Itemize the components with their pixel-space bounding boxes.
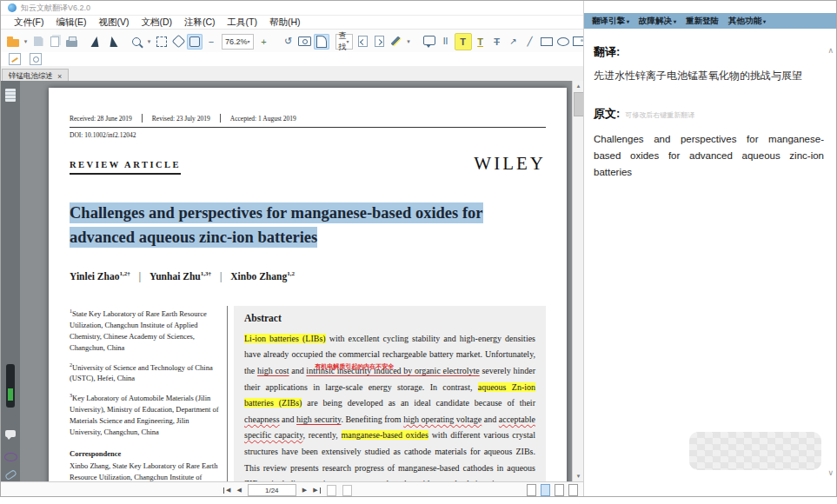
rotate-view-icon[interactable]: ↺ (281, 34, 296, 50)
menu-annotation[interactable]: 注释(C) (178, 17, 222, 29)
menu-view[interactable]: 视图(V) (92, 17, 135, 29)
author-superscript: 1,2 (287, 270, 295, 277)
page-thumbnails-icon[interactable] (5, 89, 16, 102)
menu-document[interactable]: 文档(D) (135, 17, 178, 29)
find-next-icon[interactable] (372, 34, 388, 50)
next-view-icon[interactable] (342, 485, 352, 496)
note-annotation-icon[interactable] (422, 34, 437, 50)
document-settings-icon[interactable] (28, 51, 43, 67)
highlighter-menu-icon[interactable]: ▾ (405, 34, 413, 50)
strikeout-text-icon[interactable]: T (489, 34, 505, 50)
highlighted-phrase[interactable]: Li-ion batteries (LIBs) (244, 334, 326, 343)
comment-icon[interactable] (5, 430, 16, 437)
menu-help[interactable]: 帮助(H) (263, 17, 307, 29)
loupe-icon[interactable] (170, 34, 186, 50)
underline-text-icon[interactable]: T (473, 34, 488, 50)
underlined-phrase[interactable]: intrinsic insecurity induced by organic … (306, 366, 479, 375)
copy-page-icon[interactable] (47, 34, 63, 50)
last-page-button[interactable]: ▶ (313, 487, 320, 494)
edit-annotation-icon[interactable] (7, 51, 23, 67)
date-item: Received: 28 June 2019 (70, 115, 132, 123)
panel-scroll-down-icon[interactable]: ∨ (827, 468, 834, 477)
zoom-level-select[interactable]: 76.2%▾ (222, 34, 254, 50)
translation-panel-menu: 翻译引擎▾故障解决▾重新登陆其他功能▾ (584, 13, 837, 29)
page-layout-switcher (527, 484, 578, 496)
abstract-segment: and (289, 366, 307, 375)
panel-menu-other-functions[interactable]: 其他功能▾ (728, 16, 766, 27)
menu-file[interactable]: 文件(F) (8, 17, 50, 29)
hand-tool-icon[interactable] (88, 34, 103, 50)
menu-tools[interactable]: 工具(T) (222, 17, 263, 29)
panel-scroll-up-icon[interactable]: ∧ (827, 46, 834, 55)
open-file-icon[interactable] (5, 34, 21, 50)
find-previous-icon[interactable] (355, 34, 371, 50)
source-text[interactable]: Challenges and perspectives for manganes… (594, 131, 824, 181)
highlighter-icon[interactable] (389, 34, 404, 50)
save-file-icon[interactable] (30, 34, 46, 50)
pdf-scrollbar[interactable]: ▲ ▼ (572, 81, 584, 481)
first-page-button[interactable]: ◀ (223, 487, 230, 494)
next-page-button[interactable]: ▶ (302, 487, 307, 494)
menu-bar: 文件(F)编辑(E)视图(V)文档(D)注释(C)工具(T)帮助(H) (1, 15, 591, 30)
snapshot-icon[interactable] (297, 34, 313, 50)
panel-menu-relogin[interactable]: 重新登陆 (686, 16, 719, 27)
fit-page-icon[interactable] (187, 34, 203, 50)
text-selection-icon[interactable]: II (438, 34, 454, 50)
pdf-viewer: Received: 28 June 2019Revised: 23 July 2… (1, 81, 584, 481)
author-superscript: 1,3† (201, 270, 211, 277)
blurred-watermark (689, 432, 821, 470)
dropdown-caret-icon: ▾ (674, 18, 676, 24)
search-input[interactable]: 查找▾ (335, 34, 353, 50)
zoom-tool-menu-icon[interactable]: ▾ (145, 34, 153, 50)
zoom-tool-icon[interactable] (129, 34, 144, 50)
rectangle-annotation-icon[interactable] (539, 34, 555, 50)
column-divider (227, 306, 228, 481)
previous-page-button[interactable]: ◀ (236, 487, 241, 494)
auto-scroll-icon[interactable] (314, 34, 329, 50)
translation-text[interactable]: 先进水性锌离子电池锰基氧化物的挑战与展望 (594, 69, 824, 83)
date-separator (220, 114, 221, 123)
line-annotation-icon[interactable]: ╱ (522, 34, 538, 50)
received-dates-row: Received: 28 June 2019Revised: 23 July 2… (70, 114, 546, 128)
hidden-panel-handle[interactable] (6, 364, 15, 408)
secondary-toolbar (1, 52, 590, 67)
open-file-menu-icon[interactable]: ▾ (22, 34, 30, 50)
panel-menu-troubleshoot[interactable]: 故障解决▾ (639, 16, 676, 27)
previous-view-icon[interactable] (327, 485, 336, 496)
page-indicator[interactable]: 1/24 (248, 484, 296, 496)
continuous-facing-view-icon[interactable] (568, 484, 578, 496)
menu-edit[interactable]: 编辑(E) (50, 17, 92, 29)
ellipse-annotation-icon[interactable] (555, 34, 571, 50)
tab-close-icon[interactable]: × (57, 72, 62, 81)
author-name: Xinbo Zhang1,2 (230, 271, 295, 282)
dropdown-caret-icon: ▾ (763, 18, 766, 24)
zoom-in-icon[interactable]: + (256, 34, 272, 50)
underlined-phrase[interactable]: high operating voltage (403, 414, 482, 424)
marquee-zoom-icon[interactable] (154, 34, 169, 50)
window-title: 知云文献翻译V6.2.0 (21, 3, 90, 14)
author-superscript: 1,2† (119, 270, 130, 277)
print-icon[interactable] (63, 34, 79, 50)
translation-panel: 翻译引擎▾故障解决▾重新登陆其他功能▾ 翻译: 先进水性锌离子电池锰基氧化物的挑… (583, 1, 837, 496)
document-tab-bar: 锌锰电池综述 × (1, 66, 584, 82)
arrow-annotation-icon[interactable]: ↗ (506, 34, 521, 50)
eye-icon[interactable] (4, 453, 17, 461)
highlight-text-icon[interactable]: T (455, 33, 472, 50)
panel-menu-translation-engine[interactable]: 翻译引擎▾ (592, 16, 629, 27)
article-type: REVIEW ARTICLE (70, 160, 181, 175)
facing-view-icon[interactable] (555, 484, 564, 496)
zoom-out-icon[interactable]: − (203, 34, 219, 50)
highlighted-phrase[interactable]: manganese-based oxides (342, 430, 428, 440)
underlined-phrase[interactable]: high cost (257, 366, 289, 375)
correspondence-text: Xinbo Zhang, State Key Laboratory of Rar… (70, 461, 219, 481)
underlined-phrase[interactable]: high security (296, 414, 341, 424)
source-hint: 可修改后右键重新翻译 (625, 110, 694, 120)
link-icon[interactable] (4, 469, 17, 481)
author-name: Yunhai Zhu1,3† (149, 271, 211, 282)
abstract-segment: . Benefiting from (341, 414, 403, 424)
single-page-view-icon[interactable] (527, 484, 536, 496)
selected-title-highlight[interactable]: Challenges and perspectives for manganes… (70, 202, 483, 248)
underlined-phrase[interactable]: cheapness (244, 414, 280, 424)
continuous-view-icon[interactable] (541, 484, 550, 496)
select-text-tool-icon[interactable] (104, 34, 120, 50)
